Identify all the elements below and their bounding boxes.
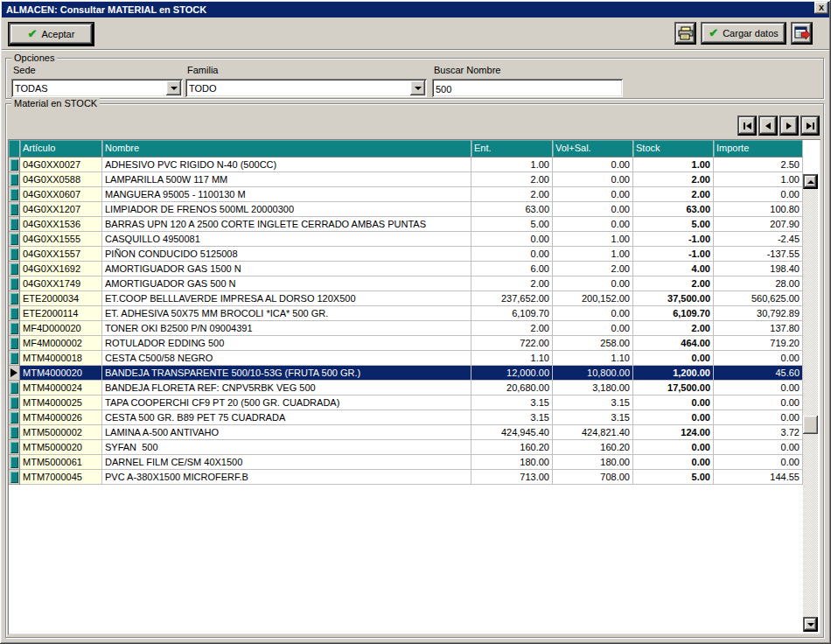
column-header-stock[interactable]: Stock [633,140,714,158]
cell-vol-sal: 424,821.40 [553,425,633,440]
next-record-button[interactable] [779,116,799,136]
grid-header-row: Artículo Nombre Ent. Vol+Sal. Stock Impo… [9,140,803,158]
table-row[interactable]: MTM4000025TAPA COOPERCHI CF9 PT 20 (500 … [9,396,803,410]
cell-ent: 2.00 [471,276,553,291]
cell-nombre: CASQUILLO 4950081 [102,232,471,247]
table-row[interactable]: MTM4000020BANDEJA TRANSPARENTE 500/10-53… [9,366,803,381]
table-row[interactable]: 04G0XX1536BARRAS UPN 120 A 2500 CORTE IN… [9,217,803,232]
table-row[interactable]: MF4M000002ROTULADOR EDDING 500722.00258.… [9,336,803,351]
sede-label: Sede [13,65,36,75]
cell-nombre: TAPA COOPERCHI CF9 PT 20 (500 GR. CUADRA… [102,396,471,410]
scroll-down-button[interactable] [803,617,818,632]
row-indicator [9,455,20,470]
table-row[interactable]: 04G0XX1557PIÑON CONDUCIDO 51250080.001.0… [9,247,803,262]
sede-combobox[interactable]: TODAS [11,79,183,97]
cell-ent: 63.00 [471,202,553,217]
close-button[interactable]: X [814,2,828,14]
column-header-articulo[interactable]: Artículo [20,140,102,158]
cell-stock: 0.00 [633,410,714,425]
table-row[interactable]: MTM7000045PVC A-380X1500 MICROFERF.B713.… [9,470,803,485]
scrollbar-thumb[interactable] [803,416,818,434]
cell-ent: 5.00 [471,217,553,232]
cell-stock: 0.00 [633,455,714,470]
indicator-column-header [9,140,20,158]
row-marker-icon [10,263,18,275]
column-header-vol-sal[interactable]: Vol+Sal. [553,140,633,158]
cell-importe: 719.20 [714,336,803,351]
column-header-nombre[interactable]: Nombre [102,140,471,158]
table-row[interactable]: 04G0XX1207LIMPIADOR DE FRENOS 500ML 2000… [9,202,803,217]
cell-importe: 0.00 [714,440,803,455]
cell-nombre: BANDEJA FLORETA REF: CNPV5RBK VEG 500 [102,381,471,396]
cell-vol-sal: 0.00 [553,158,633,172]
table-row[interactable]: MTM5000061DARNEL FILM CE/SM 40X1500180.0… [9,455,803,470]
table-row[interactable]: 04G0XX0027ADHESIVO PVC RIGIDO N-40 (500C… [9,158,803,172]
export-table-icon [794,26,810,40]
cell-nombre: AMORTIGUADOR GAS 1500 N [102,262,471,276]
cell-stock: 124.00 [633,425,714,440]
printer-icon [678,26,694,40]
table-row[interactable]: MF4D000020TONER OKI B2500 P/N 090043912.… [9,321,803,336]
table-row[interactable]: 04G0XX1555CASQUILLO 49500810.001.00-1.00… [9,232,803,247]
familia-value: TODO [185,82,410,94]
cell-stock: 17,500.00 [633,381,714,396]
table-row[interactable]: MTM4000024BANDEJA FLORETA REF: CNPV5RBK … [9,381,803,396]
cell-articulo: MTM4000026 [20,410,102,425]
cell-ent: 3.15 [471,410,553,425]
table-row[interactable]: 04G0XX0588LAMPARILLA 500W 117 MM2.000.00… [9,172,803,187]
cell-nombre: TONER OKI B2500 P/N 09004391 [102,321,471,336]
cargar-datos-button[interactable]: ✔ Cargar datos [701,22,786,45]
cell-nombre: AMORTIGUADOR GAS 500 N [102,276,471,291]
last-record-button[interactable] [800,116,820,136]
cell-stock: -1.00 [633,247,714,262]
first-record-button[interactable] [737,116,757,136]
cell-importe: 137.80 [714,321,803,336]
cell-importe: 0.00 [714,187,803,202]
row-marker-icon [10,293,18,304]
arrow-down-icon [807,623,814,626]
cell-stock: 0.00 [633,396,714,410]
table-row[interactable]: 04G0XX1749AMORTIGUADOR GAS 500 N2.000.00… [9,276,803,291]
table-row[interactable]: ETE2000114ET. ADHESIVA 50X75 MM BROCOLI … [9,306,803,321]
familia-combobox[interactable]: TODO [185,79,427,97]
cell-vol-sal: 0.00 [553,217,633,232]
cell-articulo: MTM7000045 [20,470,102,485]
cell-articulo: ETE2000034 [20,291,102,306]
row-indicator [9,187,20,202]
cell-articulo: 04G0XX0027 [20,158,102,172]
cell-importe: 144.55 [714,470,803,485]
cell-importe: -2.45 [714,232,803,247]
export-button[interactable] [791,22,813,45]
row-marker-icon [10,219,18,230]
arrow-up-icon [807,180,814,184]
table-row[interactable]: MTM4000018CESTA C500/58 NEGRO1.101.100.0… [9,351,803,366]
cell-ent: 2.00 [471,321,553,336]
table-row[interactable]: MTM5000002LAMINA A-500 ANTIVAHO424,945.4… [9,425,803,440]
row-indicator [9,291,20,306]
cell-articulo: MTM4000020 [20,366,102,381]
aceptar-button[interactable]: ✔ Aceptar [9,23,94,46]
table-row[interactable]: ETE2000034ET.COOP BELLLAVERDE IMPRESA AL… [9,291,803,306]
cell-importe: 100.80 [714,202,803,217]
print-button[interactable] [674,22,696,45]
row-marker-icon [10,442,18,453]
cell-ent: 2.00 [471,187,553,202]
prev-record-button[interactable] [758,116,778,136]
cell-stock: 2.00 [633,172,714,187]
column-header-importe[interactable]: Importe [714,140,803,158]
sede-value: TODAS [11,82,166,94]
table-row[interactable]: MTM4000026CESTA 500 GR. B89 PET 75 CUADR… [9,410,803,425]
column-header-ent[interactable]: Ent. [471,140,553,158]
table-row[interactable]: 04G0XX1692AMORTIGUADOR GAS 1500 N6.002.0… [9,262,803,276]
title-bar[interactable]: ALMACEN: Consultar MATERIAL en STOCK [2,2,829,18]
scroll-up-button[interactable] [803,174,818,189]
chevron-down-icon[interactable] [166,80,181,95]
cell-nombre: ROTULADOR EDDING 500 [102,336,471,351]
table-row[interactable]: MTM5000020SYFAN 500160.20160.200.000.00 [9,440,803,455]
cell-stock: 37,500.00 [633,291,714,306]
vertical-scrollbar[interactable] [803,174,818,632]
table-row[interactable]: 04G0XX0607MANGUERA 95005 - 1100130 M2.00… [9,187,803,202]
buscar-nombre-input[interactable] [432,79,623,97]
cell-nombre: LAMPARILLA 500W 117 MM [102,172,471,187]
chevron-down-icon[interactable] [410,80,425,95]
